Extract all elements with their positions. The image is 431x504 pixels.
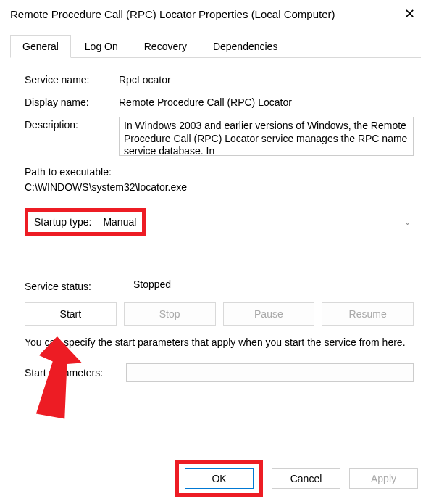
hint-text: You can specify the start parameters tha… xyxy=(25,336,414,350)
display-name-label: Display name: xyxy=(25,94,119,108)
close-icon[interactable]: ✕ xyxy=(398,6,421,22)
tab-strip: General Log On Recovery Dependencies xyxy=(0,28,431,58)
window-title: Remote Procedure Call (RPC) Locator Prop… xyxy=(10,8,335,20)
description-box[interactable]: In Windows 2003 and earlier versions of … xyxy=(119,117,414,156)
ok-highlight: OK xyxy=(175,460,263,497)
startup-type-dropdown[interactable]: ⌄ xyxy=(404,218,414,227)
description-label: Description: xyxy=(25,117,119,131)
tab-dependencies[interactable]: Dependencies xyxy=(201,35,290,58)
start-button[interactable]: Start xyxy=(25,302,117,326)
service-status-label: Service status: xyxy=(25,278,133,292)
start-parameters-input xyxy=(126,363,414,382)
divider xyxy=(25,265,414,265)
path-label: Path to executable: xyxy=(25,165,414,180)
service-status-value: Stopped xyxy=(133,278,171,292)
bottom-bar: OK Cancel Apply xyxy=(0,453,431,504)
chevron-down-icon: ⌄ xyxy=(404,218,411,226)
start-parameters-label: Start parameters: xyxy=(25,367,126,379)
general-panel: Service name: RpcLocator Display name: R… xyxy=(0,59,431,404)
tab-general[interactable]: General xyxy=(10,35,71,58)
tab-recovery[interactable]: Recovery xyxy=(132,35,199,58)
ok-button[interactable]: OK xyxy=(185,468,254,489)
display-name-value: Remote Procedure Call (RPC) Locator xyxy=(119,94,414,108)
tab-logon[interactable]: Log On xyxy=(72,35,130,58)
stop-button: Stop xyxy=(124,302,216,326)
path-value: C:\WINDOWS\system32\locator.exe xyxy=(25,180,414,195)
apply-button: Apply xyxy=(349,468,418,489)
service-name-label: Service name: xyxy=(25,72,119,86)
cancel-button[interactable]: Cancel xyxy=(272,468,340,489)
startup-type-value: Manual xyxy=(97,212,142,232)
pause-button: Pause xyxy=(223,302,315,326)
service-name-value: RpcLocator xyxy=(119,72,414,86)
resume-button: Resume xyxy=(322,302,414,326)
startup-type-label: Startup type: xyxy=(28,212,97,232)
startup-highlight: Startup type: Manual xyxy=(25,208,146,236)
